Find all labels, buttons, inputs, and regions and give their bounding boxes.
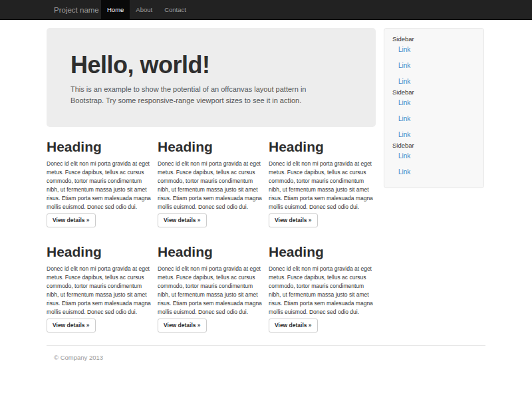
top-navbar: Project name Home About Contact bbox=[0, 0, 532, 20]
jumbotron-title: Hello, world! bbox=[70, 53, 356, 77]
card-body-text: Donec id elit non mi porta gravida at eg… bbox=[158, 265, 262, 316]
sidebar-link[interactable]: Link bbox=[398, 99, 475, 107]
card-body-text: Donec id elit non mi porta gravida at eg… bbox=[158, 160, 262, 211]
content-card: Heading Donec id elit non mi porta gravi… bbox=[269, 138, 373, 227]
sidebar-link[interactable]: Link bbox=[398, 115, 475, 123]
card-heading: Heading bbox=[47, 138, 151, 155]
sidebar-link[interactable]: Link bbox=[398, 168, 475, 176]
view-details-button[interactable]: View details » bbox=[269, 319, 318, 332]
sidebar-link[interactable]: Link bbox=[398, 46, 475, 54]
navbar-container: Project name Home About Contact bbox=[47, 0, 485, 19]
sidebar-link[interactable]: Link bbox=[398, 62, 475, 70]
card-body-text: Donec id elit non mi porta gravida at eg… bbox=[269, 265, 373, 316]
footer-divider bbox=[47, 345, 485, 346]
content-card: Heading Donec id elit non mi porta gravi… bbox=[47, 243, 151, 332]
sidebar-group-title: Sidebar bbox=[392, 88, 475, 96]
sidebar-group: Sidebar Link Link Link bbox=[392, 88, 475, 139]
card-body-text: Donec id elit non mi porta gravida at eg… bbox=[47, 265, 151, 316]
card-heading: Heading bbox=[269, 243, 373, 260]
cards-row-1: Heading Donec id elit non mi porta gravi… bbox=[47, 138, 386, 227]
sidebar-panel: Sidebar Link Link Link Sidebar Link Link… bbox=[384, 28, 484, 188]
navbar-nav: Home About Contact bbox=[101, 0, 192, 19]
content-card: Heading Donec id elit non mi porta gravi… bbox=[47, 138, 151, 227]
footer-copyright: © Company 2013 bbox=[54, 354, 103, 361]
view-details-button[interactable]: View details » bbox=[269, 213, 318, 227]
navbar-brand[interactable]: Project name bbox=[47, 0, 101, 19]
sidebar-group-title: Sidebar bbox=[392, 35, 475, 43]
view-details-button[interactable]: View details » bbox=[47, 319, 96, 332]
jumbotron: Hello, world! This is an example to show… bbox=[47, 28, 376, 127]
content-card: Heading Donec id elit non mi porta gravi… bbox=[158, 243, 262, 332]
view-details-button[interactable]: View details » bbox=[47, 213, 96, 227]
sidebar-group-title: Sidebar bbox=[392, 142, 475, 149]
card-heading: Heading bbox=[269, 138, 373, 155]
card-heading: Heading bbox=[158, 138, 262, 155]
sidebar-group: Sidebar Link Link bbox=[392, 142, 475, 176]
cards-row-2: Heading Donec id elit non mi porta gravi… bbox=[47, 243, 386, 332]
sidebar-link[interactable]: Link bbox=[398, 152, 475, 160]
view-details-button[interactable]: View details » bbox=[158, 319, 207, 332]
sidebar-link[interactable]: Link bbox=[398, 131, 475, 139]
nav-item-about[interactable]: About bbox=[130, 0, 158, 20]
card-heading: Heading bbox=[47, 243, 151, 260]
content-card: Heading Donec id elit non mi porta gravi… bbox=[158, 138, 262, 227]
sidebar-group: Sidebar Link Link Link bbox=[392, 35, 475, 86]
card-heading: Heading bbox=[158, 243, 262, 260]
nav-item-home[interactable]: Home bbox=[101, 0, 130, 20]
card-body-text: Donec id elit non mi porta gravida at eg… bbox=[47, 160, 151, 211]
content-card: Heading Donec id elit non mi porta gravi… bbox=[269, 243, 373, 332]
sidebar-link[interactable]: Link bbox=[398, 78, 475, 86]
nav-item-contact[interactable]: Contact bbox=[158, 0, 192, 20]
view-details-button[interactable]: View details » bbox=[158, 213, 207, 227]
jumbotron-description: This is an example to show the potential… bbox=[70, 84, 318, 106]
card-body-text: Donec id elit non mi porta gravida at eg… bbox=[269, 160, 373, 211]
